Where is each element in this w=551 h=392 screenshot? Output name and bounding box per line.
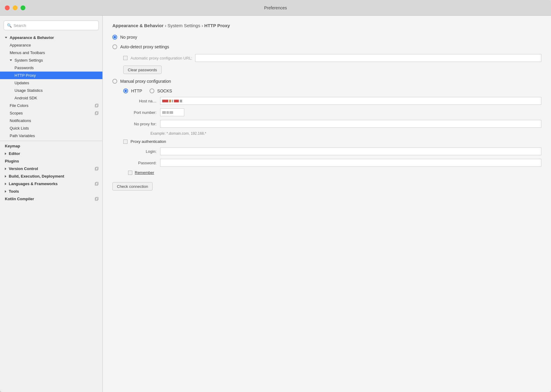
sidebar-item-version-control[interactable]: Version Control [0, 165, 102, 172]
svg-rect-1 [96, 104, 98, 107]
host-name-input[interactable] [160, 97, 541, 105]
remember-label: Remember [135, 170, 154, 175]
main-content: 🔍 Search Appearance & Behavior Appearanc… [0, 16, 551, 392]
breadcrumb-part3: HTTP Proxy [204, 23, 230, 28]
port-number-label: Port number: [123, 110, 156, 115]
triangle-right-icon [5, 183, 6, 185]
no-proxy-radio[interactable] [112, 35, 117, 40]
sidebar-item-plugins[interactable]: Plugins [0, 157, 102, 165]
svg-rect-9 [96, 197, 98, 200]
copy-icon [95, 197, 99, 201]
socks-label: SOCKS [157, 88, 172, 93]
sidebar-item-editor[interactable]: Editor [0, 150, 102, 157]
clear-passwords-container: Clear passwords [123, 66, 541, 74]
sidebar-item-label: Appearance [10, 43, 31, 47]
close-button[interactable] [5, 5, 10, 10]
auto-config-url-label: Automatic proxy configuration URL: [130, 56, 192, 60]
search-icon: 🔍 [7, 23, 12, 28]
sidebar-item-system-settings[interactable]: System Settings [0, 56, 102, 64]
maximize-button[interactable] [21, 5, 25, 10]
sidebar-item-kotlin-compiler[interactable]: Kotlin Compiler [0, 195, 102, 203]
svg-rect-4 [95, 168, 98, 170]
no-proxy-for-input[interactable] [160, 120, 541, 128]
sidebar-item-tools[interactable]: Tools [0, 188, 102, 195]
login-input[interactable] [160, 147, 541, 155]
http-radio-row[interactable]: HTTP [123, 88, 142, 93]
titlebar-buttons [5, 5, 25, 10]
http-label: HTTP [131, 88, 142, 93]
triangle-right-icon [5, 168, 6, 170]
sidebar-item-keymap[interactable]: Keymap [0, 142, 102, 150]
sidebar-item-path-variables[interactable]: Path Variables [0, 132, 102, 140]
auto-config-url-input[interactable] [195, 54, 541, 62]
svg-rect-2 [95, 112, 98, 115]
manual-proxy-radio[interactable] [112, 79, 117, 84]
no-proxy-for-row: No proxy for: [123, 120, 541, 128]
port-number-row: Port number: [123, 108, 541, 116]
sidebar-item-label: Plugins [5, 159, 19, 163]
sidebar-item-notifications[interactable]: Notifications [0, 117, 102, 124]
sidebar-item-appearance-behavior[interactable]: Appearance & Behavior [0, 34, 102, 41]
port-number-input[interactable] [160, 108, 184, 116]
titlebar: Preferences [0, 0, 551, 16]
sidebar-item-label: Android SDK [14, 96, 37, 100]
remember-checkbox[interactable] [128, 171, 132, 175]
http-radio[interactable] [123, 88, 128, 93]
socks-radio-row[interactable]: SOCKS [150, 88, 172, 93]
svg-rect-5 [96, 167, 98, 170]
sidebar-item-menus-toolbars[interactable]: Menus and Toolbars [0, 49, 102, 56]
no-proxy-row[interactable]: No proxy [112, 35, 541, 40]
breadcrumb-sep2: › [200, 23, 204, 28]
svg-rect-7 [96, 182, 98, 185]
sidebar-item-label: Keymap [5, 144, 20, 148]
sidebar-item-updates[interactable]: Updates [0, 79, 102, 87]
sidebar-item-build-execution[interactable]: Build, Execution, Deployment [0, 172, 102, 180]
minimize-button[interactable] [13, 5, 18, 10]
sidebar-item-label: Passwords [14, 66, 34, 70]
sidebar-item-passwords[interactable]: Passwords [0, 64, 102, 72]
check-connection-button[interactable]: Check connection [112, 182, 153, 191]
search-box[interactable]: 🔍 Search [4, 21, 99, 30]
proxy-auth-checkbox[interactable] [123, 140, 127, 144]
proxy-options: No proxy Auto-detect proxy settings Auto… [112, 35, 541, 191]
auto-detect-radio[interactable] [112, 44, 117, 49]
copy-icon [95, 111, 99, 115]
socks-radio[interactable] [150, 88, 154, 93]
password-input[interactable] [160, 159, 541, 167]
sidebar-item-file-colors[interactable]: File Colors [0, 102, 102, 109]
sidebar-item-appearance[interactable]: Appearance [0, 41, 102, 49]
manual-proxy-row[interactable]: Manual proxy configuration [112, 79, 541, 84]
login-row: Login: [123, 147, 541, 155]
radio-dot [124, 90, 127, 92]
window-title: Preferences [264, 5, 287, 10]
content-area: Appearance & Behavior › System Settings … [103, 16, 551, 392]
sidebar: 🔍 Search Appearance & Behavior Appearanc… [0, 16, 103, 392]
sidebar-item-label: Quick Lists [10, 126, 29, 130]
sidebar-item-label: Tools [9, 189, 19, 194]
sidebar-item-languages-frameworks[interactable]: Languages & Frameworks [0, 180, 102, 188]
svg-rect-0 [95, 104, 98, 107]
sidebar-item-usage-statistics[interactable]: Usage Statistics [0, 87, 102, 94]
search-placeholder: Search [14, 23, 26, 28]
sidebar-item-label: Menus and Toolbars [10, 50, 45, 55]
preferences-window: Preferences 🔍 Search Appearance & Behavi… [0, 0, 551, 392]
sidebar-item-label: System Settings [14, 58, 43, 63]
clear-passwords-button[interactable]: Clear passwords [123, 66, 162, 74]
sidebar-item-label: File Colors [10, 103, 93, 108]
sidebar-item-label: HTTP Proxy [14, 73, 36, 78]
auto-detect-row[interactable]: Auto-detect proxy settings [112, 44, 541, 49]
sidebar-item-quick-lists[interactable]: Quick Lists [0, 124, 102, 132]
sidebar-item-scopes[interactable]: Scopes [0, 109, 102, 117]
triangle-right-icon [5, 190, 6, 193]
sidebar-item-label: Notifications [10, 118, 31, 123]
breadcrumb-sep1: › [163, 23, 167, 28]
sidebar-item-http-proxy[interactable]: HTTP Proxy [0, 72, 102, 79]
sidebar-item-label: Kotlin Compiler [5, 197, 93, 201]
radio-dot [114, 36, 116, 38]
auto-config-checkbox[interactable] [123, 56, 127, 60]
no-proxy-for-label: No proxy for: [123, 122, 156, 126]
copy-icon [95, 104, 99, 108]
sidebar-item-android-sdk[interactable]: Android SDK [0, 94, 102, 102]
sidebar-item-label: Appearance & Behavior [10, 35, 54, 40]
no-proxy-label: No proxy [120, 35, 137, 40]
